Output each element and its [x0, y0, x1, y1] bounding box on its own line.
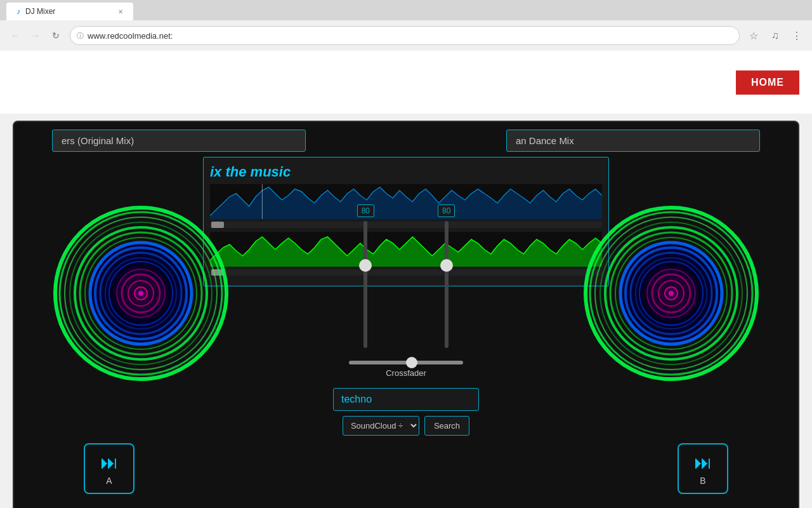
waveform-title: ix the music: [210, 164, 602, 180]
track-title-right: an Dance Mix: [506, 130, 760, 152]
crossfader-thumb[interactable]: [406, 357, 417, 368]
fader-left-value: 80: [357, 204, 374, 217]
menu-button[interactable]: ⋮: [788, 27, 806, 44]
turntable-svg-right: [582, 204, 760, 382]
turntable-right: [582, 204, 760, 382]
bookmark-button[interactable]: ☆: [745, 27, 763, 44]
browser-tab[interactable]: ♪ DJ Mixer ✕: [6, 3, 133, 20]
reload-button[interactable]: ↻: [47, 27, 65, 44]
dj-mixer: ers (Original Mix) an Dance Mix ix the m…: [13, 121, 799, 508]
volume-faders: 80 80: [357, 204, 455, 348]
browser-chrome: ♪ DJ Mixer ✕ ← → ↻ ⓘ www.redcoolmedia.ne…: [0, 0, 812, 51]
crossfader-label: Crossfader: [386, 368, 426, 378]
source-select[interactable]: SoundCloud ÷: [343, 416, 419, 436]
search-controls: SoundCloud ÷ Search: [343, 416, 469, 436]
svg-point-40: [669, 291, 674, 296]
track-title-left: ers (Original Mix): [52, 130, 306, 152]
page-header: HOME: [0, 51, 812, 114]
fader-right-value: 80: [438, 204, 455, 217]
crossfader-section: Crossfader: [349, 361, 463, 378]
soundcloud-button[interactable]: ♫: [766, 27, 784, 44]
fader-right-track[interactable]: [445, 221, 449, 348]
tab-favicon: ♪: [16, 7, 20, 16]
url-text: www.redcoolmedia.net:: [88, 31, 733, 41]
fader-right-thumb[interactable]: [440, 259, 453, 272]
crossfader-track[interactable]: [349, 361, 463, 364]
search-input[interactable]: [333, 388, 479, 411]
address-bar[interactable]: ⓘ www.redcoolmedia.net:: [70, 26, 740, 45]
svg-point-22: [138, 291, 143, 296]
skip-button-right[interactable]: ⏭ B: [678, 443, 728, 494]
security-icon: ⓘ: [77, 31, 84, 41]
tab-title: DJ Mixer: [25, 7, 55, 16]
fader-left: 80: [357, 204, 374, 348]
skip-button-left[interactable]: ⏭ A: [84, 443, 134, 494]
tab-close-icon[interactable]: ✕: [118, 8, 123, 15]
fader-left-thumb[interactable]: [359, 259, 372, 272]
skip-label-right: B: [700, 476, 705, 486]
browser-toolbar: ← → ↻ ⓘ www.redcoolmedia.net: ☆ ♫ ⋮: [0, 20, 812, 51]
skip-forward-icon-left: ⏭: [100, 452, 118, 473]
forward-button[interactable]: →: [27, 27, 44, 44]
turntable-left: [52, 204, 230, 382]
skip-forward-icon-right: ⏭: [694, 452, 712, 473]
tab-bar: ♪ DJ Mixer ✕: [0, 0, 812, 20]
fader-right: 80: [438, 204, 455, 348]
search-section: SoundCloud ÷ Search: [333, 388, 479, 436]
turntable-svg-left: [52, 204, 230, 382]
home-button[interactable]: HOME: [736, 70, 799, 95]
back-button[interactable]: ←: [6, 27, 24, 44]
skip-label-left: A: [106, 476, 112, 486]
search-button[interactable]: Search: [424, 416, 469, 436]
browser-actions: ☆ ♫ ⋮: [745, 27, 806, 44]
faders-area: 80 80 Crossfader: [285, 204, 527, 436]
fader-left-track[interactable]: [363, 221, 367, 348]
nav-buttons: ← → ↻: [6, 27, 65, 44]
